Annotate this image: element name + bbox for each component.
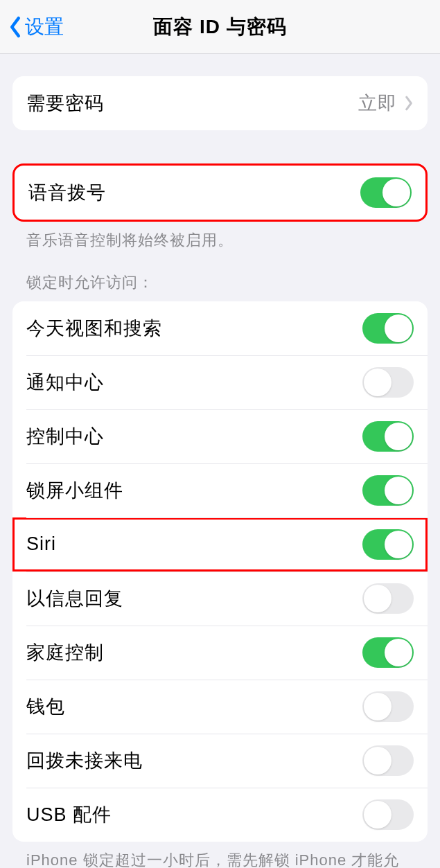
lock-access-label: 以信息回复 bbox=[26, 586, 362, 611]
lock-access-label: 控制中心 bbox=[26, 424, 362, 449]
lock-access-label: USB 配件 bbox=[26, 802, 362, 827]
toggle-回拨未接来电[interactable] bbox=[362, 745, 414, 776]
toggle-通知中心[interactable] bbox=[362, 367, 414, 398]
lock-access-footer: iPhone 锁定超过一小时后，需先解锁 iPhone 才能允许USB 配件连接… bbox=[12, 842, 428, 868]
lock-access-group: 今天视图和搜索通知中心控制中心锁屏小组件Siri以信息回复家庭控制钱包回拨未接来… bbox=[12, 301, 428, 842]
voice-dial-row: 语音拨号 bbox=[15, 166, 425, 220]
voice-dial-toggle[interactable] bbox=[360, 177, 412, 208]
passcode-group: 需要密码 立即 bbox=[12, 76, 428, 130]
lock-access-row-以信息回复: 以信息回复 bbox=[12, 572, 428, 626]
lock-access-row-今天视图和搜索: 今天视图和搜索 bbox=[12, 301, 428, 355]
lock-access-row-锁屏小组件: 锁屏小组件 bbox=[12, 463, 428, 517]
toggle-钱包[interactable] bbox=[362, 691, 414, 722]
lock-access-row-钱包: 钱包 bbox=[12, 680, 428, 734]
lock-access-row-usb-配件: USB 配件 bbox=[12, 788, 428, 842]
chevron-right-icon bbox=[404, 96, 414, 111]
toggle-控制中心[interactable] bbox=[362, 421, 414, 452]
lock-access-header: 锁定时允许访问： bbox=[12, 251, 428, 301]
lock-access-row-控制中心: 控制中心 bbox=[12, 409, 428, 463]
lock-access-label: 今天视图和搜索 bbox=[26, 316, 362, 341]
navigation-bar: 设置 面容 ID 与密码 bbox=[0, 0, 440, 54]
lock-access-label: 通知中心 bbox=[26, 370, 362, 395]
toggle-以信息回复[interactable] bbox=[362, 583, 414, 614]
lock-access-row-通知中心: 通知中心 bbox=[12, 355, 428, 409]
back-label: 设置 bbox=[25, 14, 64, 40]
lock-access-label: 回拨未接来电 bbox=[26, 748, 362, 773]
back-button[interactable]: 设置 bbox=[8, 14, 64, 40]
lock-access-row-siri: Siri bbox=[12, 517, 428, 572]
require-passcode-value: 立即 bbox=[358, 91, 397, 116]
lock-access-row-回拨未接来电: 回拨未接来电 bbox=[12, 734, 428, 788]
toggle-usb-配件[interactable] bbox=[362, 799, 414, 830]
toggle-siri[interactable] bbox=[362, 529, 414, 560]
lock-access-label: 钱包 bbox=[26, 694, 362, 719]
chevron-left-icon bbox=[8, 16, 22, 38]
toggle-锁屏小组件[interactable] bbox=[362, 475, 414, 506]
require-passcode-row[interactable]: 需要密码 立即 bbox=[12, 76, 428, 130]
lock-access-label: 锁屏小组件 bbox=[26, 478, 362, 503]
voice-dial-footer: 音乐语音控制将始终被启用。 bbox=[12, 222, 428, 251]
voice-dial-label: 语音拨号 bbox=[28, 180, 360, 205]
lock-access-row-家庭控制: 家庭控制 bbox=[12, 626, 428, 680]
lock-access-label: Siri bbox=[26, 533, 362, 555]
lock-access-label: 家庭控制 bbox=[26, 640, 362, 665]
require-passcode-label: 需要密码 bbox=[26, 91, 358, 116]
toggle-今天视图和搜索[interactable] bbox=[362, 313, 414, 344]
voice-dial-group: 语音拨号 bbox=[12, 163, 428, 222]
toggle-家庭控制[interactable] bbox=[362, 637, 414, 668]
page-title: 面容 ID 与密码 bbox=[0, 14, 440, 40]
